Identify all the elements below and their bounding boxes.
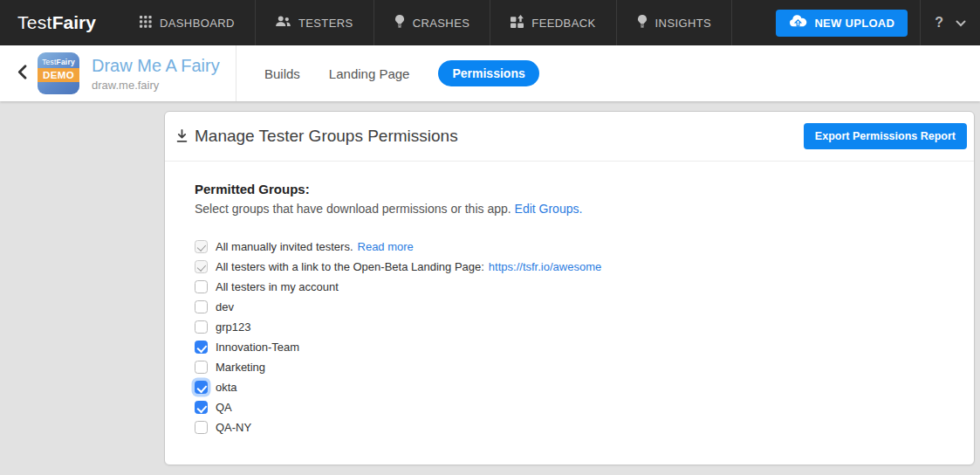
new-upload-label: NEW UPLOAD	[814, 17, 894, 30]
group-checkbox[interactable]	[195, 280, 208, 293]
group-checkbox[interactable]	[195, 240, 208, 253]
group-link[interactable]: https://tsfr.io/awesome	[489, 260, 601, 273]
bulb-icon	[637, 15, 648, 31]
nav-item-feedback[interactable]: FEEDBACK	[490, 0, 616, 45]
app-icon: TestFairy DEMO	[38, 52, 79, 94]
section-heading: Permitted Groups:	[195, 182, 944, 197]
tiles-icon	[511, 15, 524, 31]
cloud-upload-icon	[789, 15, 807, 31]
card-title: Manage Tester Groups Permissions	[195, 127, 458, 146]
testfairy-logo[interactable]: TestFairy	[0, 0, 96, 45]
tab-permissions[interactable]: Permissions	[438, 60, 538, 86]
header-divider	[236, 45, 236, 101]
demo-badge: DEMO	[38, 68, 79, 82]
group-row: Innovation-Team	[195, 337, 944, 357]
group-checkbox[interactable]	[195, 381, 208, 394]
group-row: QA	[195, 397, 944, 417]
grid-icon	[140, 16, 152, 31]
group-row: okta	[195, 377, 944, 397]
back-button[interactable]	[12, 64, 31, 83]
app-title: Draw Me A Fairy	[92, 56, 220, 76]
app-subtitle: draw.me.fairy	[92, 79, 220, 92]
logo-text-light: Test	[17, 12, 52, 33]
section-subtitle-text: Select groups that have download permiss…	[195, 202, 511, 216]
download-icon	[175, 129, 188, 144]
group-row: Marketing	[195, 357, 944, 377]
help-button[interactable]: ?	[921, 15, 950, 31]
card-header: Manage Tester Groups Permissions Export …	[165, 112, 974, 162]
nav-item-insights[interactable]: INSIGHTS	[617, 0, 733, 45]
group-row: All testers in my account	[195, 277, 944, 297]
group-label[interactable]: Marketing	[216, 361, 265, 374]
group-checkbox[interactable]	[195, 401, 208, 414]
chevron-left-icon	[17, 65, 27, 83]
edit-groups-link[interactable]: Edit Groups.	[515, 202, 583, 216]
group-label[interactable]: dev	[216, 300, 234, 313]
top-nav: TestFairy DASHBOARD TESTERS CRASHES FEED…	[0, 0, 980, 45]
page-body: Manage Tester Groups Permissions Export …	[0, 101, 980, 475]
group-label[interactable]: All manually invited testers.	[216, 240, 353, 253]
group-checkbox[interactable]	[195, 421, 208, 434]
group-label[interactable]: All testers in my account	[216, 280, 339, 293]
logo-text-bold: Fairy	[52, 12, 96, 33]
app-titles: Draw Me A Fairy draw.me.fairy	[92, 56, 220, 92]
group-row: All testers with a link to the Open-Beta…	[195, 257, 944, 277]
permissions-card: Manage Tester Groups Permissions Export …	[164, 111, 975, 465]
nav-item-label: FEEDBACK	[531, 17, 595, 30]
group-checkbox[interactable]	[195, 341, 208, 354]
export-permissions-report-button[interactable]: Export Permissions Report	[804, 123, 967, 149]
app-header: TestFairy DEMO Draw Me A Fairy draw.me.f…	[0, 45, 980, 101]
section-subtitle: Select groups that have download permiss…	[195, 202, 944, 216]
new-upload-button[interactable]: NEW UPLOAD	[776, 10, 908, 37]
group-label[interactable]: okta	[216, 381, 237, 394]
group-label[interactable]: All testers with a link to the Open-Beta…	[216, 260, 484, 273]
group-list: All manually invited testers. Read more …	[195, 237, 944, 437]
group-label[interactable]: grp123	[216, 320, 250, 334]
chevron-down-icon	[956, 15, 966, 31]
group-label[interactable]: QA-NY	[216, 421, 251, 434]
bulb-icon	[394, 15, 405, 31]
tab-builds[interactable]: Builds	[264, 66, 300, 81]
card-content: Permitted Groups: Select groups that hav…	[165, 162, 974, 437]
nav-item-label: CRASHES	[413, 17, 470, 30]
group-row: grp123	[195, 317, 944, 337]
group-checkbox[interactable]	[195, 320, 208, 334]
group-row: All manually invited testers. Read more	[195, 237, 944, 257]
nav-item-crashes[interactable]: CRASHES	[374, 0, 491, 45]
group-label[interactable]: QA	[216, 401, 232, 414]
nav-item-label: TESTERS	[298, 17, 353, 30]
app-icon-text: TestFairy	[38, 52, 79, 68]
users-icon	[276, 16, 291, 30]
account-menu-button[interactable]	[950, 15, 980, 31]
group-row: dev	[195, 297, 944, 317]
group-checkbox[interactable]	[195, 260, 208, 273]
nav-right: NEW UPLOAD ?	[776, 0, 980, 45]
app-tabs: Builds Landing Page Permissions	[264, 45, 539, 101]
group-label[interactable]: Innovation-Team	[216, 341, 299, 354]
nav-menu: DASHBOARD TESTERS CRASHES FEEDBACK INSIG…	[119, 0, 732, 45]
nav-item-label: INSIGHTS	[655, 17, 712, 30]
tab-landing-page[interactable]: Landing Page	[329, 66, 410, 81]
group-checkbox[interactable]	[195, 300, 208, 313]
nav-item-dashboard[interactable]: DASHBOARD	[119, 0, 256, 45]
group-checkbox[interactable]	[195, 361, 208, 374]
group-link[interactable]: Read more	[358, 240, 414, 253]
nav-item-label: DASHBOARD	[160, 17, 235, 30]
nav-item-testers[interactable]: TESTERS	[256, 0, 374, 45]
group-row: QA-NY	[195, 417, 944, 437]
